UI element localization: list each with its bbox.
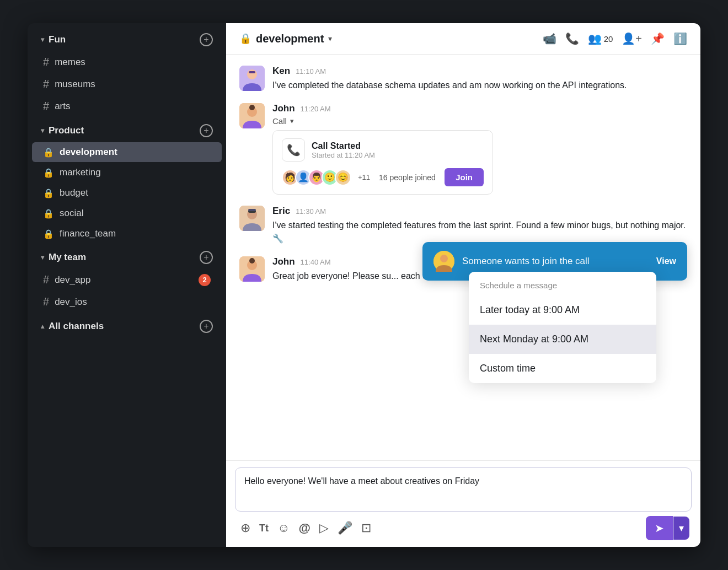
sidebar-item-dev-app[interactable]: # dev_app 2 bbox=[32, 269, 222, 291]
notification-text: Someone wants to join the call bbox=[462, 256, 649, 267]
mic-button[interactable]: 🎤 bbox=[334, 519, 356, 537]
schedule-option-next-monday[interactable]: Next Monday at 9:00 AM bbox=[469, 325, 656, 354]
hash-icon: # bbox=[43, 295, 49, 308]
sidebar-item-museums[interactable]: # museums bbox=[32, 73, 222, 95]
channel-development-label: development bbox=[60, 147, 117, 158]
sidebar-section-all-channels: ▴ All channels + bbox=[28, 315, 226, 337]
sidebar-item-finance-team[interactable]: 🔒 finance_team bbox=[32, 224, 222, 244]
emoji-icon: ☺ bbox=[277, 521, 290, 535]
call-card: 📞 Call Started Started at 11:20 AM 🧑 👤 👨 bbox=[272, 130, 493, 195]
add-member-button[interactable]: 👤+ bbox=[622, 32, 642, 45]
channel-social-label: social bbox=[60, 208, 83, 219]
message-input-text[interactable]: Hello everyone! We'll have a meet about … bbox=[244, 475, 682, 488]
sidebar-item-social[interactable]: 🔒 social bbox=[32, 203, 222, 223]
send-dropdown-button[interactable]: ▾ bbox=[673, 517, 689, 540]
chat-header: 🔒 development ▾ 📹 📞 👥 20 👤+ 📌 ℹ️ bbox=[226, 23, 700, 55]
sidebar-section-product: ▾ Product + 🔒 development 🔒 marketing 🔒 … bbox=[28, 120, 226, 244]
chevron-down-icon: ▾ bbox=[41, 127, 44, 135]
message-eric-content: Eric 11:30 AM I've started testing the c… bbox=[272, 206, 687, 245]
format-text-button[interactable]: Tt bbox=[256, 520, 272, 536]
lock-icon: 🔒 bbox=[43, 168, 54, 178]
emoji-button[interactable]: ☺ bbox=[274, 519, 293, 537]
format-icon: Tt bbox=[259, 523, 269, 534]
channel-memes-label: memes bbox=[55, 57, 85, 68]
hash-icon: # bbox=[43, 78, 49, 90]
sidebar-section-fun-label: Fun bbox=[49, 34, 66, 45]
call-indicator: Call ▾ bbox=[272, 116, 687, 126]
join-call-button[interactable]: Join bbox=[445, 168, 484, 186]
sidebar-section-my-team: ▾ My team + # dev_app 2 # dev_ios bbox=[28, 246, 226, 313]
schedule-option-later-today[interactable]: Later today at 9:00 AM bbox=[469, 295, 656, 325]
sidebar-item-development[interactable]: 🔒 development bbox=[32, 142, 222, 162]
channel-arts-label: arts bbox=[55, 101, 70, 112]
send-button[interactable]: ➤ bbox=[646, 516, 673, 540]
mention-button[interactable]: @ bbox=[295, 519, 313, 537]
message-ken-text: I've completed the database schema updat… bbox=[272, 79, 687, 92]
chevron-down-icon: ▾ bbox=[679, 522, 684, 534]
channel-dev-app-label: dev_app bbox=[55, 275, 90, 286]
sender-john-2: John bbox=[272, 256, 295, 267]
sidebar-section-all-channels-label: All channels bbox=[49, 321, 104, 332]
sidebar-section-my-team-label: My team bbox=[49, 252, 86, 263]
svg-point-5 bbox=[249, 105, 255, 110]
members-button[interactable]: 👥 20 bbox=[588, 32, 613, 45]
timestamp-john-2: 11:40 AM bbox=[301, 258, 331, 266]
unread-badge: 2 bbox=[199, 274, 211, 286]
channel-budget-label: budget bbox=[60, 187, 88, 198]
pin-button[interactable]: 📌 bbox=[651, 32, 665, 45]
lock-icon: 🔒 bbox=[43, 229, 54, 239]
timestamp-ken: 11:10 AM bbox=[296, 67, 326, 76]
message-ken-header: Ken 11:10 AM bbox=[272, 66, 687, 77]
chevron-up-icon: ▴ bbox=[41, 322, 44, 330]
hash-icon: # bbox=[43, 56, 49, 68]
sidebar-section-all-channels-header[interactable]: ▴ All channels + bbox=[32, 315, 222, 337]
notif-avatar-icon bbox=[433, 251, 454, 272]
message-input-box: Hello everyone! We'll have a meet about … bbox=[235, 467, 692, 512]
sidebar-section-product-label: Product bbox=[49, 125, 84, 136]
video-call-button[interactable]: 📹 bbox=[543, 32, 556, 45]
call-dropdown-icon[interactable]: ▾ bbox=[290, 117, 294, 125]
sidebar-item-budget[interactable]: 🔒 budget bbox=[32, 183, 222, 203]
channel-museums-label: museums bbox=[55, 79, 95, 90]
sender-ken: Ken bbox=[272, 66, 290, 77]
timestamp-eric: 11:30 AM bbox=[296, 207, 326, 216]
sidebar-section-my-team-header[interactable]: ▾ My team + bbox=[32, 246, 222, 268]
svg-point-1 bbox=[247, 69, 257, 79]
add-section-all-channels-icon[interactable]: + bbox=[200, 320, 213, 333]
call-started-subtitle: Started at 11:20 AM bbox=[312, 151, 375, 159]
sidebar-section-product-header[interactable]: ▾ Product + bbox=[32, 120, 222, 142]
input-area: Hello everyone! We'll have a meet about … bbox=[226, 460, 700, 547]
phone-call-button[interactable]: 📞 bbox=[565, 32, 579, 45]
sidebar-section-fun-header[interactable]: ▾ Fun + bbox=[32, 29, 222, 51]
sidebar-item-memes[interactable]: # memes bbox=[32, 51, 222, 73]
sidebar-item-marketing[interactable]: 🔒 marketing bbox=[32, 163, 222, 182]
sidebar-item-dev-ios[interactable]: # dev_ios bbox=[32, 291, 222, 313]
channel-dropdown-icon[interactable]: ▾ bbox=[328, 34, 332, 43]
add-attachment-button[interactable]: ⊕ bbox=[237, 519, 254, 537]
chat-header-left: 🔒 development ▾ bbox=[239, 33, 332, 45]
channel-lock-icon: 🔒 bbox=[239, 33, 251, 45]
info-button[interactable]: ℹ️ bbox=[673, 32, 687, 45]
sidebar-item-arts[interactable]: # arts bbox=[32, 95, 222, 117]
sidebar: ▾ Fun + # memes # museums # arts ▾ bbox=[28, 23, 226, 547]
hash-icon: # bbox=[43, 273, 49, 286]
schedule-option-custom-time[interactable]: Custom time bbox=[469, 354, 656, 383]
expand-button[interactable]: ⊡ bbox=[358, 519, 374, 537]
input-toolbar: ⊕ Tt ☺ @ ▷ 🎤 ⊡ bbox=[235, 516, 692, 540]
app-container: ▾ Fun + # memes # museums # arts ▾ bbox=[28, 23, 700, 547]
add-section-fun-icon[interactable]: + bbox=[200, 33, 213, 46]
message-eric-header: Eric 11:30 AM bbox=[272, 206, 687, 217]
chat-header-right: 📹 📞 👥 20 👤+ 📌 ℹ️ bbox=[543, 32, 687, 45]
media-button[interactable]: ▷ bbox=[316, 519, 332, 537]
channel-finance-label: finance_team bbox=[60, 228, 116, 239]
add-section-my-team-icon[interactable]: + bbox=[200, 251, 213, 264]
svg-point-12 bbox=[249, 258, 255, 264]
avatar-john bbox=[239, 103, 265, 128]
chevron-down-icon: ▾ bbox=[41, 36, 44, 44]
avatar-eric bbox=[239, 206, 265, 231]
send-button-group: ➤ ▾ bbox=[646, 516, 689, 540]
notification-view-button[interactable]: View bbox=[656, 256, 676, 266]
svg-rect-2 bbox=[249, 71, 255, 73]
sender-john: John bbox=[272, 103, 295, 114]
add-section-product-icon[interactable]: + bbox=[200, 124, 213, 137]
